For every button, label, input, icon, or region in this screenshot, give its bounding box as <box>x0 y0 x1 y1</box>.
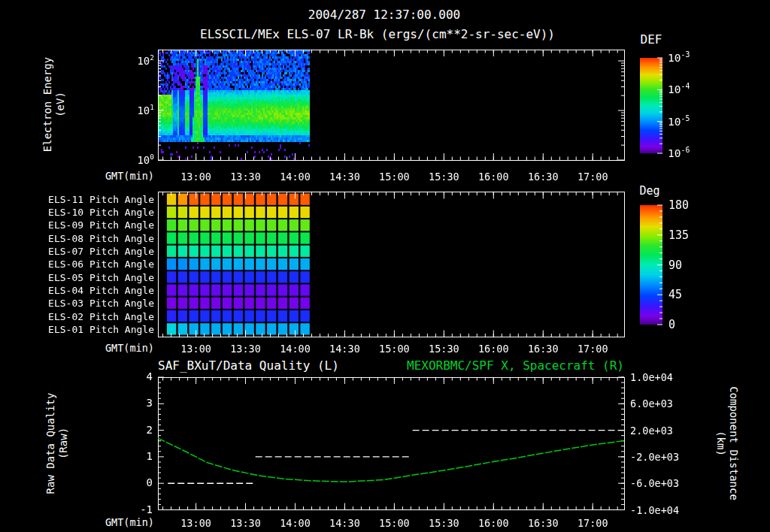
quality-tick-label: 3 <box>147 398 153 410</box>
pitch-row-label: ELS-05 Pitch Angle <box>48 272 154 283</box>
def-colorbar <box>640 58 662 153</box>
time-tick-label: 15:00 <box>379 517 410 528</box>
deg-tick-label: 135 <box>668 229 689 242</box>
time-tick-label: 15:30 <box>429 343 459 354</box>
distance-tick-label: 6.0e+03 <box>630 398 673 410</box>
time-tick-label: 14:30 <box>329 517 360 528</box>
pitch-angle-canvas <box>158 192 624 337</box>
plot-root: 2004/287 12:37:00.000 ELSSCIL/MEx ELS-07… <box>0 0 770 532</box>
pitch-row-label: ELS-03 Pitch Angle <box>48 298 154 309</box>
time-tick-label: 16:30 <box>528 517 559 528</box>
time-tick-label: 16:30 <box>528 171 559 182</box>
energy-axis-label: Electron Energy (eV) <box>41 57 67 152</box>
time-tick-label: 15:30 <box>429 171 459 182</box>
def-tick-label: 10-4 <box>668 83 690 96</box>
time-tick-label: 15:30 <box>429 517 459 528</box>
electron-spectrogram-canvas <box>158 50 624 160</box>
time-tick-label: 13:30 <box>230 517 261 528</box>
distance-tick-label: -2.0e+03 <box>630 451 679 462</box>
gmt-label-middle: GMT(min) <box>105 343 154 354</box>
quality-axis-label: Raw Data Quality (Raw) <box>44 393 70 494</box>
deg-colorbar-label: Deg <box>639 185 659 198</box>
pitch-row-label: ELS-01 Pitch Angle <box>48 325 154 335</box>
time-tick-label: 16:00 <box>478 171 509 182</box>
time-tick-label: 17:00 <box>578 517 608 528</box>
pitch-row-label: ELS-06 Pitch Angle <box>48 259 154 270</box>
time-tick-label: 17:00 <box>578 343 608 354</box>
def-tick-label: 10-5 <box>668 115 690 128</box>
energy-tick-label: 102 <box>137 54 154 67</box>
time-tick-label: 16:30 <box>528 343 559 354</box>
def-tick-label: 10-3 <box>668 51 690 65</box>
pitch-row-label: ELS-10 Pitch Angle <box>48 207 154 218</box>
deg-tick-label: 90 <box>668 258 682 271</box>
def-tick-label: 10-6 <box>668 147 690 160</box>
pitch-row-label: ELS-04 Pitch Angle <box>48 286 154 296</box>
distance-tick-label: -6.0e+03 <box>630 478 679 489</box>
quality-tick-label: 4 <box>147 371 153 382</box>
time-tick-label: 13:00 <box>180 171 211 182</box>
distance-tick-label: -1.0e+04 <box>630 504 679 515</box>
quality-series-title: SAF_BXuT/Data Quality (L) <box>158 359 339 373</box>
distance-series-title: MEXORBMC/SPF X, Spacecraft (R) <box>407 359 624 373</box>
pitch-row-label: ELS-09 Pitch Angle <box>48 220 154 231</box>
distance-axis-label: Component Distance (km) <box>714 386 740 500</box>
time-tick-label: 15:00 <box>379 171 410 182</box>
time-tick-label: 17:00 <box>578 171 608 182</box>
time-tick-label: 16:00 <box>478 517 509 528</box>
time-tick-label: 14:30 <box>329 171 360 182</box>
time-tick-label: 14:00 <box>280 343 311 354</box>
instrument-title: ELSSCIL/MEx ELS-07 LR-Bk (ergs/(cm**2-sr… <box>200 28 555 41</box>
time-tick-label: 15:00 <box>379 343 410 354</box>
time-tick-label: 14:00 <box>280 171 311 182</box>
quality-tick-label: 0 <box>147 477 153 488</box>
time-tick-label: 13:30 <box>230 171 261 182</box>
deg-tick-label: 0 <box>668 319 675 331</box>
pitch-row-label: ELS-07 Pitch Angle <box>48 246 154 257</box>
quality-tick-label: -1 <box>140 504 153 515</box>
distance-tick-label: 2.0e+03 <box>630 425 673 436</box>
time-tick-label: 16:00 <box>478 343 509 354</box>
time-tick-label: 14:00 <box>280 517 311 528</box>
deg-tick-label: 180 <box>668 199 689 212</box>
time-tick-label: 14:30 <box>329 343 360 354</box>
pitch-row-label: ELS-02 Pitch Angle <box>48 311 154 322</box>
gmt-label-top: GMT(min) <box>105 171 154 182</box>
pitch-row-label: ELS-08 Pitch Angle <box>48 233 154 243</box>
date-title: 2004/287 12:37:00.000 <box>308 8 460 22</box>
quality-tick-label: 1 <box>147 451 153 462</box>
distance-tick-label: 1.0e+04 <box>630 372 673 383</box>
pitch-row-label: ELS-11 Pitch Angle <box>48 195 154 205</box>
def-colorbar-label: DEF <box>641 33 662 47</box>
time-tick-label: 13:00 <box>180 343 211 354</box>
deg-colorbar <box>640 205 662 325</box>
quality-tick-label: 2 <box>147 425 153 436</box>
energy-tick-label: 101 <box>137 104 154 116</box>
gmt-label-bottom: GMT(min) <box>105 517 154 528</box>
time-tick-label: 13:00 <box>180 517 211 528</box>
time-tick-label: 13:30 <box>230 343 261 354</box>
energy-tick-label: 100 <box>137 153 154 166</box>
deg-tick-label: 45 <box>668 289 682 301</box>
